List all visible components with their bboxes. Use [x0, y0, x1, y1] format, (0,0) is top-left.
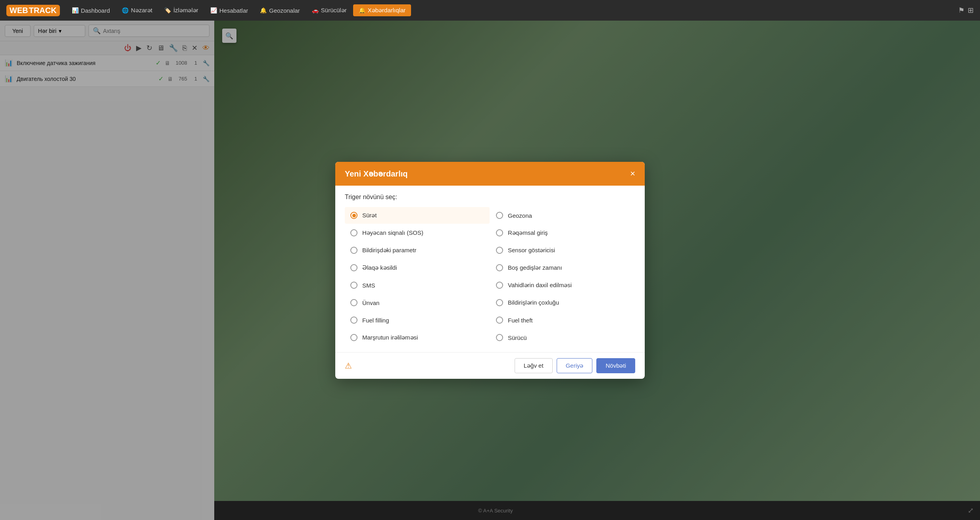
modal-dialog: Yeni Xəbərdarlıq × Triger növünü seç: Sü…	[335, 162, 645, 379]
option-label-fuel_theft: Fuel theft	[508, 317, 533, 324]
back-button[interactable]: Geriyə	[557, 358, 593, 373]
nav-label-nazaret: Nəzarət	[131, 7, 152, 14]
option-label-sms: SMS	[362, 282, 375, 289]
logo-track: TRACK	[29, 6, 57, 15]
hesabatlar-nav-icon: 📈	[210, 7, 217, 13]
app-logo: WEB TRACK	[6, 5, 60, 16]
option-reqemsal[interactable]: Rəqəmsal giriş	[490, 225, 635, 241]
option-surat[interactable]: Sürət	[345, 207, 490, 224]
radio-fuel_theft	[496, 317, 503, 324]
radio-hayacan	[350, 229, 357, 236]
nav-label-dashboard: Dashboard	[81, 7, 110, 14]
option-vahidler[interactable]: Vahidlərin daxil edilməsi	[490, 277, 635, 294]
radio-elaqe	[350, 264, 357, 271]
sidebar-item-nazaret[interactable]: 🌐Nəzarət	[116, 4, 158, 16]
sidebar-item-geozonalar[interactable]: 🔔Geozonalar	[254, 5, 306, 16]
radio-surucu	[496, 334, 503, 341]
option-label-sensor: Sensor göstəricisi	[508, 247, 555, 254]
option-label-vahidler: Vahidlərin daxil edilməsi	[508, 282, 572, 289]
modal-footer: ⚠ Ləğv et Geriyə Növbəti	[335, 352, 645, 379]
option-bos[interactable]: Boş gedişlər zamanı	[490, 259, 635, 276]
radio-vahidler	[496, 282, 503, 289]
option-label-marsrutun: Marşrutun irəliləməsi	[362, 334, 418, 341]
radio-sms	[350, 282, 357, 289]
geozonalar-nav-icon: 🔔	[260, 7, 267, 13]
option-hayacan[interactable]: Həyəcan siqnalı (SOS)	[345, 225, 490, 241]
radio-sensor	[496, 247, 503, 254]
modal-header: Yeni Xəbərdarlıq ×	[335, 162, 645, 186]
option-geozona[interactable]: Geozona	[490, 207, 635, 224]
option-label-surat: Sürət	[362, 212, 377, 219]
nazaret-nav-icon: 🌐	[122, 7, 129, 13]
option-label-bildirisd: Bildirişdəki parametr	[362, 247, 417, 254]
nav-items: 📊Dashboard🌐Nəzarət🏷️İzləmələr📈Hesabatlar…	[66, 4, 411, 16]
option-surucu[interactable]: Sürücü	[490, 329, 635, 346]
option-label-fuel_filling: Fuel filling	[362, 317, 389, 324]
nav-label-geozonalar: Geozonalar	[269, 7, 300, 14]
option-label-geozona: Geozona	[508, 212, 532, 219]
radio-marsrutun	[350, 334, 357, 341]
logo-web: WEB	[10, 6, 28, 15]
nav-right-icons: ⚑ ⊞	[958, 6, 974, 15]
sidebar-item-izlemeler[interactable]: 🏷️İzləmələr	[159, 4, 204, 16]
nav-label-hesabatlar: Hesabatlar	[219, 7, 248, 14]
modal-title: Yeni Xəbərdarlıq	[345, 169, 407, 178]
options-grid: SürətGeozonaHəyəcan siqnalı (SOS)Rəqəmsa…	[345, 207, 635, 346]
sidebar-item-xeberdarliqlar[interactable]: 🔔Xəbərdarlıqlar	[353, 4, 411, 16]
cancel-button[interactable]: Ləğv et	[515, 358, 553, 373]
nav-label-surucular: Sürücülər	[321, 7, 347, 14]
option-fuel_filling[interactable]: Fuel filling	[345, 312, 490, 328]
option-label-elaqe: Əlaqə kəsildi	[362, 264, 397, 271]
modal-subtitle: Triger növünü seç:	[345, 194, 635, 201]
modal-overlay: Yeni Xəbərdarlıq × Triger növünü seç: Sü…	[0, 21, 980, 520]
option-label-reqemsal: Rəqəmsal giriş	[508, 229, 548, 236]
modal-body: Triger növünü seç: SürətGeozonaHəyəcan s…	[335, 186, 645, 352]
grid-icon[interactable]: ⊞	[968, 6, 974, 15]
radio-unvan	[350, 299, 357, 306]
option-label-unvan: Ünvan	[362, 299, 379, 306]
modal-close-button[interactable]: ×	[630, 169, 635, 178]
option-elaqe[interactable]: Əlaqə kəsildi	[345, 259, 490, 276]
radio-bildirisler	[496, 299, 503, 306]
radio-reqemsal	[496, 229, 503, 236]
option-sms[interactable]: SMS	[345, 277, 490, 294]
radio-geozona	[496, 212, 503, 219]
xeberdarliqlar-nav-icon: 🔔	[359, 7, 365, 13]
option-bildirisd[interactable]: Bildirişdəki parametr	[345, 242, 490, 259]
option-label-hayacan: Həyəcan siqnalı (SOS)	[362, 229, 423, 236]
option-bildirisler[interactable]: Bildirişlərin çoxluğu	[490, 294, 635, 311]
option-fuel_theft[interactable]: Fuel theft	[490, 312, 635, 328]
sidebar-item-surucular[interactable]: 🚗Sürücülər	[306, 4, 352, 16]
flag-icon[interactable]: ⚑	[958, 6, 965, 15]
option-unvan[interactable]: Ünvan	[345, 294, 490, 311]
sidebar-item-dashboard[interactable]: 📊Dashboard	[66, 5, 115, 16]
top-navigation: WEB TRACK 📊Dashboard🌐Nəzarət🏷️İzləmələr📈…	[0, 0, 980, 21]
warning-icon: ⚠	[345, 361, 352, 370]
izlemeler-nav-icon: 🏷️	[164, 7, 171, 13]
radio-bildirisd	[350, 247, 357, 254]
radio-fuel_filling	[350, 317, 357, 324]
option-label-surucu: Sürücü	[508, 334, 527, 341]
radio-surat	[350, 212, 357, 219]
dashboard-nav-icon: 📊	[72, 7, 79, 13]
option-sensor[interactable]: Sensor göstəricisi	[490, 242, 635, 259]
nav-label-izlemeler: İzləmələr	[173, 7, 198, 14]
sidebar-item-hesabatlar[interactable]: 📈Hesabatlar	[205, 5, 254, 16]
next-button[interactable]: Növbəti	[596, 358, 635, 373]
nav-label-xeberdarliqlar: Xəbərdarlıqlar	[368, 7, 406, 14]
option-label-bos: Boş gedişlər zamanı	[508, 264, 562, 271]
radio-bos	[496, 264, 503, 271]
option-marsrutun[interactable]: Marşrutun irəliləməsi	[345, 329, 490, 346]
option-label-bildirisler: Bildirişlərin çoxluğu	[508, 299, 559, 306]
surucular-nav-icon: 🚗	[312, 7, 319, 13]
